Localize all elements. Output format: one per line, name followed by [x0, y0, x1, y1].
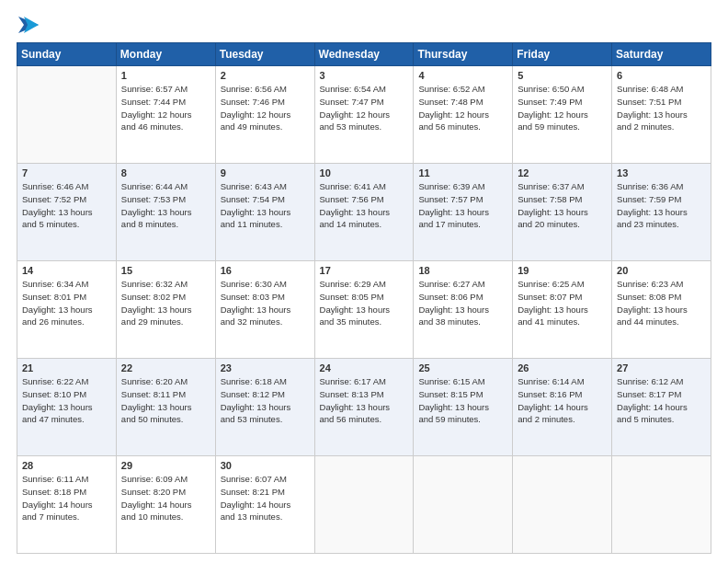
calendar-cell: 14Sunrise: 6:34 AM Sunset: 8:01 PM Dayli…: [17, 261, 117, 359]
day-info: Sunrise: 6:52 AM Sunset: 7:48 PM Dayligh…: [418, 83, 507, 133]
weekday-header-friday: Friday: [513, 43, 612, 66]
day-info: Sunrise: 6:30 AM Sunset: 8:03 PM Dayligh…: [221, 278, 310, 328]
header: [17, 17, 711, 33]
day-info: Sunrise: 6:29 AM Sunset: 8:05 PM Dayligh…: [320, 278, 409, 328]
day-info: Sunrise: 6:46 AM Sunset: 7:52 PM Dayligh…: [22, 180, 111, 231]
day-number: 7: [22, 167, 111, 178]
calendar-cell: 29Sunrise: 6:09 AM Sunset: 8:20 PM Dayli…: [116, 456, 215, 554]
day-number: 14: [22, 265, 111, 276]
calendar-cell: [612, 456, 711, 554]
day-number: 29: [121, 460, 210, 471]
calendar-cell: 7Sunrise: 6:46 AM Sunset: 7:52 PM Daylig…: [17, 164, 117, 261]
day-number: 12: [518, 167, 607, 178]
weekday-header-thursday: Thursday: [414, 43, 513, 66]
calendar-cell: [513, 456, 612, 554]
calendar-cell: 10Sunrise: 6:41 AM Sunset: 7:56 PM Dayli…: [314, 164, 414, 261]
weekday-header-monday: Monday: [116, 43, 215, 66]
calendar-cell: [414, 456, 513, 554]
week-row-5: 28Sunrise: 6:11 AM Sunset: 8:18 PM Dayli…: [17, 456, 711, 554]
day-number: 25: [418, 362, 507, 373]
day-info: Sunrise: 6:32 AM Sunset: 8:02 PM Dayligh…: [121, 278, 210, 328]
day-number: 8: [121, 167, 210, 178]
day-info: Sunrise: 6:14 AM Sunset: 8:16 PM Dayligh…: [518, 375, 607, 426]
calendar-cell: 1Sunrise: 6:57 AM Sunset: 7:44 PM Daylig…: [116, 66, 215, 164]
day-number: 11: [418, 167, 507, 178]
day-number: 15: [121, 265, 210, 276]
day-number: 30: [221, 460, 310, 471]
day-info: Sunrise: 6:39 AM Sunset: 7:57 PM Dayligh…: [418, 180, 507, 231]
calendar-cell: 6Sunrise: 6:48 AM Sunset: 7:51 PM Daylig…: [612, 66, 711, 164]
calendar-cell: 28Sunrise: 6:11 AM Sunset: 8:18 PM Dayli…: [17, 456, 117, 554]
logo: [17, 17, 39, 33]
day-number: 26: [518, 362, 607, 373]
day-number: 1: [121, 70, 210, 81]
day-info: Sunrise: 6:41 AM Sunset: 7:56 PM Dayligh…: [320, 180, 409, 231]
day-number: 21: [22, 362, 111, 373]
day-info: Sunrise: 6:34 AM Sunset: 8:01 PM Dayligh…: [22, 278, 111, 328]
calendar-cell: 21Sunrise: 6:22 AM Sunset: 8:10 PM Dayli…: [17, 359, 117, 456]
day-number: 4: [418, 70, 507, 81]
calendar-cell: 22Sunrise: 6:20 AM Sunset: 8:11 PM Dayli…: [116, 359, 215, 456]
day-info: Sunrise: 6:43 AM Sunset: 7:54 PM Dayligh…: [221, 180, 310, 231]
calendar-cell: 23Sunrise: 6:18 AM Sunset: 8:12 PM Dayli…: [215, 359, 314, 456]
week-row-4: 21Sunrise: 6:22 AM Sunset: 8:10 PM Dayli…: [17, 359, 711, 456]
day-number: 19: [518, 265, 607, 276]
calendar-cell: 11Sunrise: 6:39 AM Sunset: 7:57 PM Dayli…: [414, 164, 513, 261]
day-info: Sunrise: 6:37 AM Sunset: 7:58 PM Dayligh…: [518, 180, 607, 231]
day-info: Sunrise: 6:22 AM Sunset: 8:10 PM Dayligh…: [22, 375, 111, 426]
weekday-header-saturday: Saturday: [612, 43, 711, 66]
day-info: Sunrise: 6:25 AM Sunset: 8:07 PM Dayligh…: [518, 278, 607, 328]
day-number: 9: [221, 167, 310, 178]
calendar-cell: 16Sunrise: 6:30 AM Sunset: 8:03 PM Dayli…: [215, 261, 314, 359]
logo-icon: [18, 17, 39, 33]
calendar-cell: [314, 456, 414, 554]
day-info: Sunrise: 6:07 AM Sunset: 8:21 PM Dayligh…: [221, 473, 310, 523]
calendar-cell: 27Sunrise: 6:12 AM Sunset: 8:17 PM Dayli…: [612, 359, 711, 456]
day-info: Sunrise: 6:56 AM Sunset: 7:46 PM Dayligh…: [221, 83, 310, 133]
calendar-cell: 30Sunrise: 6:07 AM Sunset: 8:21 PM Dayli…: [215, 456, 314, 554]
calendar-cell: [17, 66, 117, 164]
calendar-cell: 9Sunrise: 6:43 AM Sunset: 7:54 PM Daylig…: [215, 164, 314, 261]
day-number: 3: [320, 70, 409, 81]
day-info: Sunrise: 6:23 AM Sunset: 8:08 PM Dayligh…: [617, 278, 706, 328]
day-number: 13: [617, 167, 706, 178]
day-number: 16: [221, 265, 310, 276]
day-number: 5: [518, 70, 607, 81]
day-info: Sunrise: 6:57 AM Sunset: 7:44 PM Dayligh…: [121, 83, 210, 133]
day-number: 10: [320, 167, 409, 178]
day-info: Sunrise: 6:36 AM Sunset: 7:59 PM Dayligh…: [617, 180, 706, 231]
weekday-header-row: SundayMondayTuesdayWednesdayThursdayFrid…: [17, 43, 711, 66]
calendar-cell: 26Sunrise: 6:14 AM Sunset: 8:16 PM Dayli…: [513, 359, 612, 456]
day-info: Sunrise: 6:54 AM Sunset: 7:47 PM Dayligh…: [320, 83, 409, 133]
day-number: 20: [617, 265, 706, 276]
day-number: 18: [418, 265, 507, 276]
calendar-cell: 5Sunrise: 6:50 AM Sunset: 7:49 PM Daylig…: [513, 66, 612, 164]
day-info: Sunrise: 6:48 AM Sunset: 7:51 PM Dayligh…: [617, 83, 706, 133]
day-info: Sunrise: 6:12 AM Sunset: 8:17 PM Dayligh…: [617, 375, 706, 426]
calendar-cell: 15Sunrise: 6:32 AM Sunset: 8:02 PM Dayli…: [116, 261, 215, 359]
day-info: Sunrise: 6:50 AM Sunset: 7:49 PM Dayligh…: [518, 83, 607, 133]
day-number: 17: [320, 265, 409, 276]
day-number: 24: [320, 362, 409, 373]
day-info: Sunrise: 6:09 AM Sunset: 8:20 PM Dayligh…: [121, 473, 210, 523]
day-info: Sunrise: 6:20 AM Sunset: 8:11 PM Dayligh…: [121, 375, 210, 426]
calendar-cell: 25Sunrise: 6:15 AM Sunset: 8:15 PM Dayli…: [414, 359, 513, 456]
calendar-cell: 12Sunrise: 6:37 AM Sunset: 7:58 PM Dayli…: [513, 164, 612, 261]
page: SundayMondayTuesdayWednesdayThursdayFrid…: [0, 0, 728, 563]
day-info: Sunrise: 6:11 AM Sunset: 8:18 PM Dayligh…: [22, 473, 111, 523]
calendar-cell: 17Sunrise: 6:29 AM Sunset: 8:05 PM Dayli…: [314, 261, 414, 359]
weekday-header-tuesday: Tuesday: [215, 43, 314, 66]
day-info: Sunrise: 6:15 AM Sunset: 8:15 PM Dayligh…: [418, 375, 507, 426]
calendar-cell: 2Sunrise: 6:56 AM Sunset: 7:46 PM Daylig…: [215, 66, 314, 164]
day-info: Sunrise: 6:17 AM Sunset: 8:13 PM Dayligh…: [320, 375, 409, 426]
calendar-cell: 24Sunrise: 6:17 AM Sunset: 8:13 PM Dayli…: [314, 359, 414, 456]
calendar-cell: 13Sunrise: 6:36 AM Sunset: 7:59 PM Dayli…: [612, 164, 711, 261]
day-number: 6: [617, 70, 706, 81]
week-row-2: 7Sunrise: 6:46 AM Sunset: 7:52 PM Daylig…: [17, 164, 711, 261]
week-row-3: 14Sunrise: 6:34 AM Sunset: 8:01 PM Dayli…: [17, 261, 711, 359]
calendar-table: SundayMondayTuesdayWednesdayThursdayFrid…: [17, 42, 711, 554]
day-number: 27: [617, 362, 706, 373]
weekday-header-wednesday: Wednesday: [314, 43, 414, 66]
calendar-cell: 20Sunrise: 6:23 AM Sunset: 8:08 PM Dayli…: [612, 261, 711, 359]
day-info: Sunrise: 6:18 AM Sunset: 8:12 PM Dayligh…: [221, 375, 310, 426]
